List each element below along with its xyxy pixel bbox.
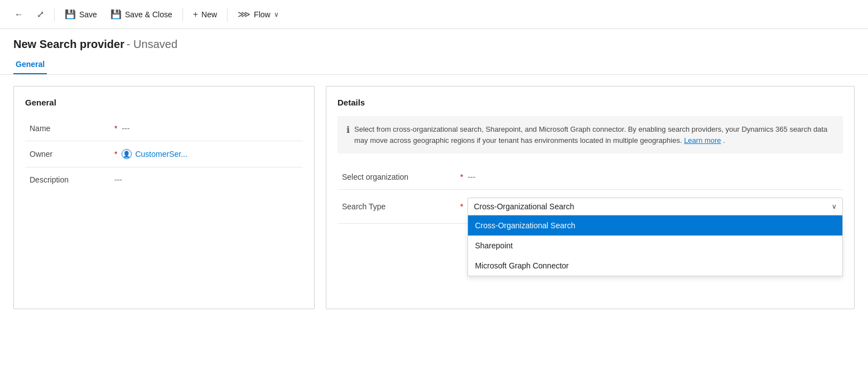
details-panel-title: Details bbox=[337, 98, 843, 107]
select-org-required: * bbox=[460, 172, 463, 181]
page-header: New Search provider - Unsaved bbox=[0, 29, 868, 55]
description-value[interactable]: --- bbox=[114, 175, 122, 184]
unsaved-label: - Unsaved bbox=[127, 38, 177, 50]
separator-1 bbox=[54, 8, 55, 21]
page-title: New Search provider bbox=[13, 38, 124, 50]
save-close-icon: 💾 bbox=[110, 9, 122, 20]
details-panel: Details ℹ Select from cross-organization… bbox=[326, 86, 855, 309]
new-button[interactable]: + New bbox=[187, 6, 223, 23]
select-org-label: Select organization bbox=[337, 172, 460, 181]
name-label: Name bbox=[25, 124, 114, 133]
flow-label: Flow bbox=[254, 10, 271, 19]
separator-2 bbox=[182, 8, 183, 21]
name-field-row: Name * --- bbox=[25, 116, 303, 141]
name-required: * bbox=[114, 124, 117, 133]
owner-text: CustomerSer... bbox=[135, 150, 187, 159]
save-close-button[interactable]: 💾 Save & Close bbox=[105, 6, 178, 23]
save-icon: 💾 bbox=[65, 9, 76, 20]
flow-chevron-icon: ∨ bbox=[274, 11, 279, 18]
tab-general[interactable]: General bbox=[13, 55, 47, 74]
owner-required: * bbox=[114, 150, 117, 159]
search-type-required: * bbox=[460, 198, 463, 211]
owner-label: Owner bbox=[25, 150, 114, 159]
dropdown-option-sharepoint[interactable]: Sharepoint bbox=[468, 236, 842, 256]
learn-more-link[interactable]: Learn more bbox=[684, 136, 721, 145]
save-button[interactable]: 💾 Save bbox=[59, 6, 103, 23]
new-icon: + bbox=[193, 9, 198, 20]
back-button[interactable]: ← bbox=[9, 6, 29, 23]
save-close-label: Save & Close bbox=[125, 10, 172, 19]
flow-button[interactable]: ⋙ Flow ∨ bbox=[232, 6, 284, 23]
description-label: Description bbox=[25, 175, 114, 184]
info-box: ℹ Select from cross-organizational searc… bbox=[337, 116, 843, 153]
open-in-new-button[interactable]: ⤢ bbox=[31, 6, 50, 23]
owner-value[interactable]: 👤 CustomerSer... bbox=[122, 149, 187, 159]
search-type-field-row: Search Type * Cross-Organizational Searc… bbox=[337, 190, 843, 224]
open-new-icon: ⤢ bbox=[37, 9, 44, 20]
flow-icon: ⋙ bbox=[238, 9, 250, 20]
general-panel-title: General bbox=[25, 98, 303, 107]
info-icon: ℹ bbox=[346, 124, 350, 135]
search-type-dropdown[interactable]: Cross-Organizational Search ∨ bbox=[467, 198, 843, 215]
main-content: General Name * --- Owner * 👤 CustomerSer… bbox=[0, 75, 868, 320]
owner-field-row: Owner * 👤 CustomerSer... bbox=[25, 141, 303, 167]
select-org-value[interactable]: --- bbox=[467, 172, 475, 181]
search-type-dropdown-menu: Cross-Organizational Search Sharepoint M… bbox=[467, 215, 843, 276]
dropdown-chevron-icon: ∨ bbox=[832, 203, 837, 210]
toolbar: ← ⤢ 💾 Save 💾 Save & Close + New ⋙ Flow ∨ bbox=[0, 0, 868, 29]
new-label: New bbox=[201, 10, 217, 19]
dropdown-option-cross-org[interactable]: Cross-Organizational Search bbox=[468, 215, 842, 236]
description-field-row: Description --- bbox=[25, 167, 303, 192]
search-type-dropdown-wrapper: Cross-Organizational Search ∨ Cross-Orga… bbox=[467, 198, 843, 215]
dropdown-option-graph-connector[interactable]: Microsoft Graph Connector bbox=[468, 256, 842, 276]
back-icon: ← bbox=[15, 9, 23, 20]
select-org-field-row: Select organization * --- bbox=[337, 165, 843, 190]
separator-3 bbox=[227, 8, 228, 21]
tabs: General bbox=[0, 55, 868, 75]
search-type-label: Search Type bbox=[337, 198, 460, 211]
owner-person-icon: 👤 bbox=[122, 149, 132, 159]
name-value[interactable]: --- bbox=[122, 124, 129, 133]
info-text: Select from cross-organizational search,… bbox=[354, 124, 834, 146]
general-panel: General Name * --- Owner * 👤 CustomerSer… bbox=[13, 86, 315, 309]
search-type-selected: Cross-Organizational Search bbox=[474, 202, 574, 211]
save-label: Save bbox=[79, 10, 97, 19]
